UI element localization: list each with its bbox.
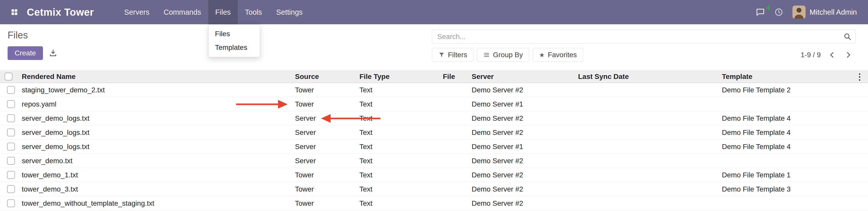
nav-item-servers[interactable]: Servers (117, 0, 156, 24)
cell-server: Demo Server #2 (467, 86, 573, 94)
cell-file-type: Text (354, 157, 438, 165)
group-by-button[interactable]: Group By (477, 48, 529, 62)
user-menu[interactable]: Mitchell Admin (793, 6, 857, 19)
dropdown-item-files[interactable]: Files (209, 27, 260, 41)
cell-rendered-name: tower_demo_without_template_staging.txt (17, 199, 290, 207)
row-checkbox[interactable] (7, 157, 15, 165)
nav-item-tools[interactable]: Tools (238, 0, 269, 24)
cell-rendered-name: repos.yaml (17, 100, 290, 108)
dropdown-item-templates[interactable]: Templates (209, 41, 260, 54)
main-menu: Servers Commands Files Files Templates T… (117, 0, 310, 24)
nav-item-files-label: Files (215, 8, 231, 17)
row-checkbox[interactable] (7, 199, 15, 207)
cell-server: Demo Server #2 (467, 128, 573, 137)
cell-server: Demo Server #2 (467, 114, 573, 122)
cell-rendered-name: server_demo_logs.txt (17, 128, 290, 137)
cell-server: Demo Server #1 (467, 100, 573, 108)
table-row[interactable]: staging_tower_demo_2.txt Tower Text Demo… (0, 83, 868, 97)
table-row[interactable]: tower_demo_1.txt Tower Text Demo Server … (0, 168, 868, 182)
table-row[interactable]: tower_demo_3.txt Tower Text Demo Server … (0, 182, 868, 196)
nav-item-files[interactable]: Files Files Templates (208, 0, 238, 24)
row-checkbox[interactable] (7, 171, 15, 179)
apps-menu-button[interactable] (7, 0, 22, 24)
cell-rendered-name: server_demo.txt (17, 157, 290, 165)
column-header-template[interactable]: Template (717, 72, 852, 81)
table-row[interactable]: repos.yaml Tower Text Demo Server #1 (0, 97, 868, 111)
cell-source: Server (290, 143, 354, 151)
table-body: staging_tower_demo_2.txt Tower Text Demo… (0, 83, 868, 210)
user-name: Mitchell Admin (810, 8, 857, 17)
cell-source: Tower (290, 185, 354, 193)
apps-grid-icon (10, 8, 19, 17)
chat-bubble-icon (755, 7, 765, 17)
table-row[interactable]: server_demo_logs.txt Server Text Demo Se… (0, 140, 868, 154)
row-checkbox[interactable] (7, 185, 15, 193)
cell-source: Server (290, 114, 354, 122)
column-header-source[interactable]: Source (290, 72, 354, 81)
row-checkbox[interactable] (7, 128, 15, 137)
filter-buttons: Filters Group By ★ Favorites (432, 48, 583, 62)
cell-file-type: Text (354, 100, 438, 108)
cell-file-type: Text (354, 86, 438, 94)
cell-server: Demo Server #2 (467, 157, 573, 165)
row-checkbox[interactable] (7, 100, 15, 108)
create-button[interactable]: Create (8, 46, 43, 60)
messages-count-badge: 4 (766, 5, 770, 12)
cell-server: Demo Server #2 (467, 199, 573, 207)
cell-server: Demo Server #2 (467, 185, 573, 193)
group-by-bars-icon (483, 52, 490, 58)
cell-file-type: Text (354, 171, 438, 179)
cell-rendered-name: server_demo_logs.txt (17, 114, 290, 122)
row-checkbox[interactable] (7, 143, 15, 151)
cell-file-type: Text (354, 199, 438, 207)
filter-funnel-icon (438, 52, 445, 58)
upload-button[interactable] (45, 46, 61, 60)
row-checkbox-cell (0, 157, 17, 165)
row-checkbox-cell (0, 199, 17, 207)
select-all-cell (0, 72, 17, 81)
cell-template: Demo File Template 4 (717, 114, 852, 122)
row-checkbox[interactable] (7, 86, 15, 94)
control-panel-left: Files Create (8, 24, 61, 70)
cell-file-type: Text (354, 185, 438, 193)
search-icon (843, 32, 852, 41)
pager-previous-button[interactable] (825, 51, 839, 59)
column-options-button[interactable]: ⋮ (852, 72, 868, 81)
cell-server: Demo Server #1 (467, 143, 573, 151)
messages-button[interactable]: 4 (755, 7, 765, 17)
cell-template: Demo File Template 3 (717, 185, 852, 193)
avatar (793, 6, 806, 19)
row-checkbox-cell (0, 185, 17, 193)
search-button[interactable] (843, 32, 852, 41)
table-row[interactable]: tower_demo_without_template_staging.txt … (0, 196, 868, 210)
pager-next-button[interactable] (841, 51, 856, 59)
row-checkbox[interactable] (7, 114, 15, 122)
brand-title[interactable]: Cetmix Tower (27, 0, 94, 24)
search-box (432, 30, 856, 43)
cell-template: Demo File Template 4 (717, 128, 852, 137)
filters-button[interactable]: Filters (432, 48, 473, 62)
star-icon: ★ (539, 52, 545, 58)
column-header-file-type[interactable]: File Type (354, 72, 438, 81)
column-header-server[interactable]: Server (467, 72, 573, 81)
activities-button[interactable] (774, 8, 783, 17)
search-input[interactable] (437, 33, 843, 41)
column-header-rendered-name[interactable]: Rendered Name (17, 72, 290, 81)
cell-template: Demo File Template 1 (717, 171, 852, 179)
table-row[interactable]: server_demo_logs.txt Server Text Demo Se… (0, 125, 868, 140)
row-checkbox-cell (0, 128, 17, 137)
group-by-label: Group By (493, 51, 523, 59)
table-row[interactable]: server_demo_logs.txt Server Text Demo Se… (0, 111, 868, 125)
table-row[interactable]: server_demo.txt Server Text Demo Server … (0, 154, 868, 168)
favorites-button[interactable]: ★ Favorites (533, 48, 583, 62)
nav-item-commands[interactable]: Commands (156, 0, 208, 24)
cell-template: Demo File Template 4 (717, 143, 852, 151)
files-list-table: Rendered Name Source File Type File Serv… (0, 70, 868, 210)
navbar-right: 4 Mitchell Admin (755, 0, 857, 24)
column-header-file[interactable]: File (438, 72, 467, 81)
column-header-last-sync-date[interactable]: Last Sync Date (573, 72, 717, 81)
nav-item-settings[interactable]: Settings (269, 0, 310, 24)
navbar: Cetmix Tower Servers Commands Files File… (0, 0, 868, 24)
select-all-checkbox[interactable] (5, 72, 12, 81)
pager-range[interactable]: 1-9 / 9 (798, 51, 823, 59)
